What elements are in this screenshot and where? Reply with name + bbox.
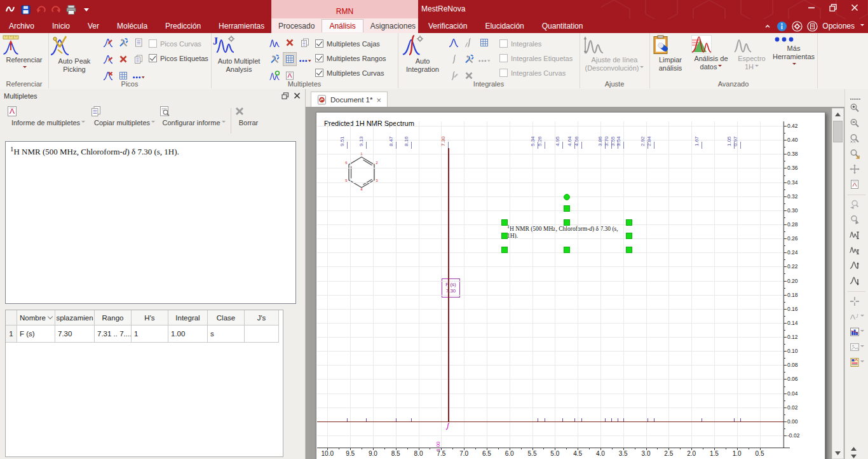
redo-icon[interactable] [48, 3, 64, 17]
minimize-button[interactable] [801, 0, 822, 15]
menu-tab-archivo[interactable]: Archivo [0, 19, 43, 33]
fit-vertically-icon[interactable] [850, 259, 865, 272]
zoom-out-icon[interactable] [850, 117, 865, 130]
peak-sm-icon[interactable] [447, 36, 460, 49]
line-fitting-icon[interactable]: J [850, 310, 865, 323]
referenciar-button[interactable]: Referenciar [3, 35, 46, 72]
previous-zoom-icon[interactable] [850, 198, 865, 211]
checkbox-integrales-etiquetas[interactable]: Integrales Etiquetas [499, 53, 573, 64]
fit-baseline-icon[interactable] [850, 275, 865, 287]
checkbox-box[interactable] [315, 39, 323, 48]
dots-menu-icon[interactable] [299, 53, 311, 65]
checkbox-multipletes-curvas[interactable]: Multipletes Curvas [315, 67, 386, 78]
menu-tab-herramientas[interactable]: Herramientas [210, 19, 273, 33]
undo-icon[interactable] [33, 3, 48, 17]
crosshair-icon[interactable] [850, 295, 865, 308]
tools-icon[interactable] [117, 36, 130, 49]
menu-tab-verificación[interactable]: Verificación [419, 19, 476, 33]
zoom-reset-icon[interactable] [850, 132, 865, 145]
cell-1[interactable]: 7.30 [55, 325, 95, 343]
auto-peak-picking-button[interactable]: Auto Peak Picking [50, 35, 99, 74]
cell-3[interactable]: 1 [132, 325, 168, 343]
resize-handle[interactable] [626, 219, 632, 226]
cell-6[interactable] [245, 325, 279, 343]
rotate-handle[interactable] [564, 194, 570, 200]
contextual-tab-análisis[interactable]: Análisis [322, 19, 363, 32]
resize-handle[interactable] [564, 219, 570, 226]
column-header-0[interactable]: Nombre [17, 310, 55, 325]
options-button[interactable]: Opciones [822, 22, 855, 31]
column-header-1[interactable]: splazamien [55, 310, 95, 325]
zoom-region-icon[interactable] [850, 147, 865, 160]
multiplet-report-button[interactable]: Informe de multipletes [6, 106, 90, 127]
table-grid-icon[interactable] [478, 36, 491, 49]
data-analysis-button[interactable]: Análisis de datos [691, 35, 731, 71]
contextual-tab-procesado[interactable]: Procesado [271, 19, 322, 33]
menu-tab-molécula[interactable]: Molécula [108, 19, 156, 33]
peaks-sm-icon[interactable] [268, 36, 281, 49]
resize-handle[interactable] [564, 247, 570, 253]
resize-handle[interactable] [626, 247, 632, 253]
benzene-molecule[interactable]: 123456 [343, 149, 380, 194]
peak-edit2-icon[interactable] [102, 53, 114, 65]
column-header-2[interactable]: Rango [95, 310, 132, 325]
restore-button[interactable] [822, 0, 844, 15]
checkbox-box[interactable] [315, 69, 323, 77]
main-peak[interactable] [448, 148, 449, 421]
save-icon[interactable] [18, 3, 33, 17]
cell-0[interactable]: F (s) [17, 325, 55, 343]
resize-handle[interactable] [564, 205, 570, 212]
insert-image-icon[interactable] [850, 341, 865, 353]
next-zoom-icon[interactable] [850, 214, 865, 226]
checkbox-integrales[interactable]: Integrales [499, 38, 573, 49]
close-panel-icon[interactable] [293, 92, 301, 100]
menu-tab-ver[interactable]: Ver [79, 19, 108, 33]
vertical-scrollbar[interactable] [832, 108, 844, 459]
strip-scroll-down-icon[interactable] [850, 450, 865, 459]
document-tab-close-icon[interactable]: × [376, 95, 381, 105]
cell-4[interactable]: 1.00 [168, 325, 208, 343]
float-panel-icon[interactable] [281, 92, 290, 100]
cell-5[interactable]: s [208, 325, 245, 343]
table-grid-icon[interactable] [283, 53, 296, 65]
spectrum-page[interactable]: Predicted 1H NMR Spectrum 123456 1H NMR … [316, 112, 825, 459]
pan-icon[interactable] [850, 163, 865, 175]
column-header-6[interactable]: J's [245, 310, 279, 325]
line-fitting-button[interactable]: Ajuste de línea (Desconvolución) [583, 35, 646, 72]
tools-icon[interactable] [268, 53, 281, 65]
x-red-icon[interactable] [283, 36, 296, 49]
settings-icon[interactable] [792, 21, 803, 32]
copy-multiplets-button[interactable]: Copiar multipletes [90, 106, 159, 127]
checkbox-integrales-curvas[interactable]: Integrales Curvas [499, 67, 573, 78]
checkbox-multipletes-cajas[interactable]: Multipletes Cajas [315, 38, 386, 49]
report-icon[interactable] [850, 356, 865, 369]
delete-button[interactable]: Borrar [234, 106, 263, 127]
spectrum-1h-button[interactable]: Espectro 1H [733, 35, 770, 71]
menu-tab-elucidación[interactable]: Elucidación [476, 19, 532, 33]
checkbox-box[interactable] [315, 54, 323, 62]
resize-handle[interactable] [626, 233, 632, 239]
configure-report-button[interactable]: Configurar informe [159, 106, 229, 127]
checkbox-picos-etiquetas[interactable]: Picos Etiquetas [149, 53, 208, 64]
column-header-5[interactable]: Clase [208, 310, 245, 325]
print-preview-icon[interactable] [850, 178, 865, 191]
int-gray-icon[interactable] [463, 36, 475, 49]
clean-analysis-button[interactable]: Limpiar análisis [652, 35, 689, 72]
scroll-down-icon[interactable] [832, 448, 843, 458]
print-icon[interactable] [64, 3, 79, 17]
auto-multiplet-analysis-button[interactable]: J Auto Multiplet Analysis [212, 35, 266, 74]
scrollbar-thumb[interactable] [833, 121, 843, 142]
scroll-up-icon[interactable] [832, 109, 843, 120]
increase-intensity-icon[interactable] [850, 229, 865, 242]
decrease-intensity-icon[interactable] [850, 244, 865, 257]
document-tab[interactable]: Document 1* × [311, 92, 388, 107]
resize-handle[interactable] [501, 247, 508, 253]
copy-icon[interactable] [299, 36, 311, 49]
multiplet-report-text[interactable]: 1H NMR (500 MHz, Chloroform-d) δ 7.30 (s… [5, 141, 296, 304]
checkbox-box[interactable] [149, 39, 157, 48]
multiplets-table[interactable]: NombresplazamienRangoH'sIntegralClaseJ's… [5, 310, 283, 457]
checkbox-box[interactable] [149, 54, 157, 62]
resize-handle[interactable] [501, 233, 508, 239]
zoom-in-icon[interactable] [850, 102, 865, 114]
copy-icon[interactable] [132, 53, 145, 65]
